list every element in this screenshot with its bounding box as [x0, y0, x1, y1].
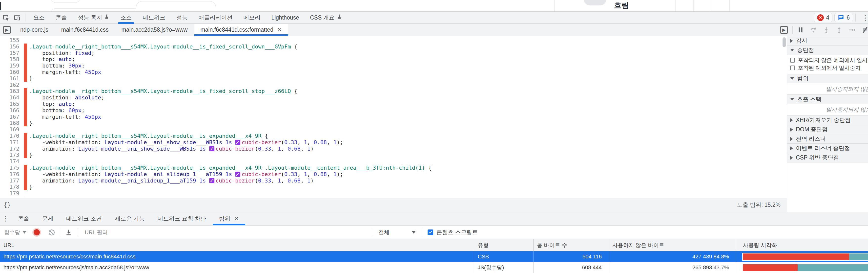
- line-number[interactable]: 170: [0, 133, 24, 139]
- line-number[interactable]: 167: [0, 114, 24, 120]
- line-number[interactable]: 179: [0, 190, 24, 197]
- inspect-element-icon[interactable]: [0, 12, 11, 23]
- line-number[interactable]: 157: [0, 50, 24, 56]
- deactivate-breakpoints-icon[interactable]: [862, 25, 868, 35]
- show-debugger-panel-icon[interactable]: ▶: [777, 24, 791, 36]
- line-number[interactable]: 162: [0, 82, 24, 88]
- line-number[interactable]: 156: [0, 44, 24, 50]
- sidebar-section-breakpoints[interactable]: 중단점: [787, 46, 868, 55]
- sidebar-section-event-listener-breakpoints[interactable]: 이벤트 리스너 중단점: [787, 144, 868, 153]
- drawer-tab[interactable]: 범위✕: [213, 212, 245, 225]
- sidebar-section-call-stack[interactable]: 호출 스택: [787, 95, 868, 104]
- line-number[interactable]: 178: [0, 184, 24, 190]
- panel-tab-lighthouse[interactable]: Lighthouse: [266, 11, 305, 24]
- column-header-type[interactable]: 유형: [474, 239, 533, 251]
- sidebar-section-global-listeners[interactable]: 전역 리스너: [787, 134, 868, 144]
- bezier-curve-swatch-icon[interactable]: [235, 140, 240, 145]
- line-number[interactable]: 171: [0, 139, 24, 146]
- panel-tab-애플리케이션[interactable]: 애플리케이션: [193, 11, 238, 24]
- token-pun: :: [52, 56, 59, 62]
- content-scripts-checkbox[interactable]: [428, 229, 433, 235]
- pretty-print-icon[interactable]: {}: [3, 201, 11, 209]
- type-filter-select[interactable]: 전체: [378, 229, 415, 236]
- line-number[interactable]: 175: [0, 165, 24, 171]
- customize-devtools-icon[interactable]: ⋮: [862, 13, 867, 22]
- token-prop: -webkit-animation: [42, 139, 98, 145]
- line-number[interactable]: 164: [0, 94, 24, 101]
- sidebar-section-label: 범위: [797, 75, 808, 82]
- sidebar-section-watch[interactable]: 감시: [787, 36, 868, 46]
- step-icon[interactable]: [845, 25, 858, 35]
- column-header-unused-bytes[interactable]: 사용하지 않은 바이트: [609, 239, 736, 251]
- column-header-usage-visualization[interactable]: 사용량 시각화: [736, 239, 868, 251]
- drawer-menu-icon[interactable]: ⋮: [0, 215, 11, 223]
- line-number[interactable]: 155: [0, 37, 24, 44]
- bezier-curve-swatch-icon[interactable]: [235, 172, 240, 177]
- line-number[interactable]: 176: [0, 171, 24, 178]
- line-number[interactable]: 161: [0, 76, 24, 82]
- record-coverage-button[interactable]: [34, 229, 40, 236]
- panel-tab-요소[interactable]: 요소: [28, 11, 50, 24]
- coverage-table-row[interactable]: https://pm.pstatic.net/resources/js/main…: [0, 262, 868, 273]
- close-icon[interactable]: ✕: [277, 27, 282, 33]
- bezier-curve-swatch-icon[interactable]: [209, 178, 214, 183]
- line-number[interactable]: 168: [0, 120, 24, 126]
- panel-tab-네트워크[interactable]: 네트워크: [137, 11, 171, 24]
- url-filter-input[interactable]: URL 필터: [80, 226, 369, 239]
- device-toolbar-icon[interactable]: [11, 12, 23, 23]
- line-number[interactable]: 165: [0, 101, 24, 107]
- line-number[interactable]: 169: [0, 126, 24, 133]
- line-number[interactable]: 163: [0, 88, 24, 94]
- sidebar-section-csp-violation-breakpoints[interactable]: CSP 위반 중단점: [787, 153, 868, 162]
- chevron-down-icon: [23, 231, 26, 234]
- coverage-table-row[interactable]: https://pm.pstatic.net/resources/css/mai…: [0, 251, 868, 262]
- editor-scrollbar[interactable]: [782, 37, 786, 47]
- code-line: 169: [0, 126, 787, 133]
- checkbox[interactable]: [790, 58, 795, 62]
- drawer-tab[interactable]: 콘솔: [11, 212, 36, 225]
- column-header-total-bytes[interactable]: 총 바이트 수: [533, 239, 609, 251]
- line-number[interactable]: 158: [0, 56, 24, 62]
- coverage-mode-select[interactable]: 함수당: [4, 229, 26, 236]
- sidebar-section-xhr-fetch-breakpoints[interactable]: XHR/가져오기 중단점: [787, 115, 868, 125]
- line-number[interactable]: 166: [0, 107, 24, 114]
- panel-tab-성능[interactable]: 성능: [171, 11, 193, 24]
- clear-coverage-icon[interactable]: [46, 227, 57, 237]
- step-into-icon[interactable]: [820, 25, 833, 35]
- file-tab[interactable]: main.f6c8441d.css:formatted✕: [194, 24, 288, 36]
- pause-script-icon[interactable]: [794, 25, 807, 35]
- panel-tab-소스[interactable]: 소스: [115, 11, 137, 24]
- column-header-url[interactable]: URL: [0, 239, 474, 251]
- sidebar-section-scope[interactable]: 범위: [787, 74, 868, 83]
- panel-tab-성능-통계[interactable]: 성능 통계: [72, 11, 115, 24]
- code-area[interactable]: 155156.Layout-module__right_bottom___s54…: [0, 36, 787, 198]
- error-count-badge[interactable]: ✕ 4: [814, 13, 832, 22]
- line-number[interactable]: 160: [0, 69, 24, 76]
- close-icon[interactable]: ✕: [235, 215, 239, 222]
- line-number[interactable]: 174: [0, 158, 24, 165]
- line-number[interactable]: 172: [0, 146, 24, 152]
- step-out-icon[interactable]: [833, 25, 845, 35]
- line-number[interactable]: 177: [0, 178, 24, 184]
- drawer-tab[interactable]: 문제: [36, 212, 60, 225]
- drawer-tab[interactable]: 네트워크 조건: [60, 212, 108, 225]
- usage-visualization-cell: [736, 262, 868, 273]
- checkbox[interactable]: [790, 65, 795, 70]
- panel-tab-css-개요[interactable]: CSS 개요: [305, 11, 347, 24]
- file-tab[interactable]: main.acc2da58.js?o=www: [115, 24, 194, 36]
- issues-count-badge[interactable]: 6: [834, 13, 853, 22]
- drawer-tab[interactable]: 새로운 기능: [108, 212, 151, 225]
- line-number[interactable]: 159: [0, 62, 24, 69]
- export-coverage-icon[interactable]: [63, 227, 74, 237]
- panel-tab-메모리[interactable]: 메모리: [238, 11, 266, 24]
- bezier-curve-swatch-icon[interactable]: [209, 146, 214, 151]
- show-navigator-icon[interactable]: ▶: [0, 24, 14, 36]
- panel-tab-콘솔[interactable]: 콘솔: [50, 11, 72, 24]
- file-tab[interactable]: ndp-core.js: [14, 24, 55, 36]
- drawer-tab[interactable]: 네트워크 요청 차단: [151, 212, 213, 225]
- sidebar-section-dom-breakpoints[interactable]: DOM 중단점: [787, 125, 868, 134]
- sidebar-section-label: 전역 리스너: [796, 135, 826, 143]
- line-number[interactable]: 173: [0, 152, 24, 158]
- step-over-icon[interactable]: [807, 25, 820, 35]
- file-tab[interactable]: main.f6c8441d.css: [55, 24, 115, 36]
